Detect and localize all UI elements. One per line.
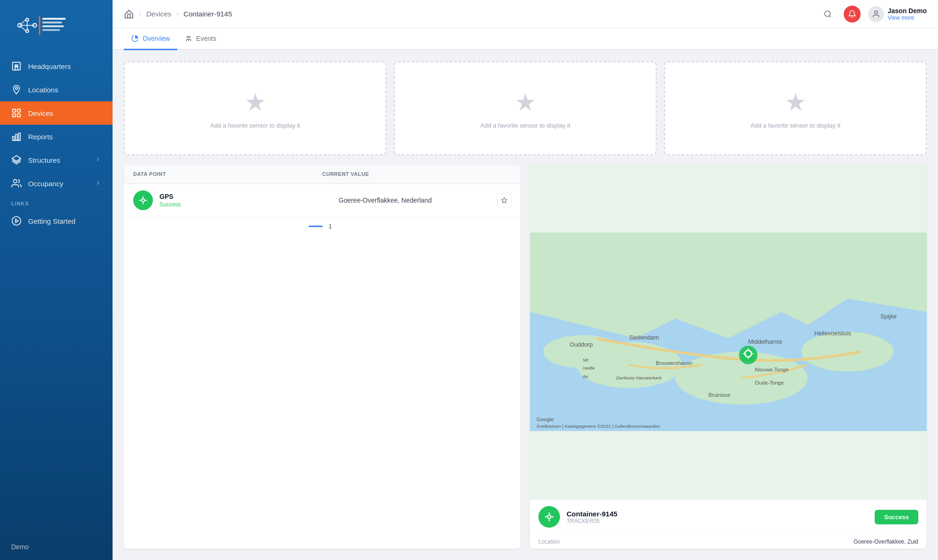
svg-text:Hellevoetsluis: Hellevoetsluis — [814, 330, 851, 337]
reports-label: Reports — [28, 133, 53, 141]
content-area: ★ Add a favorite sensor to display it ★ … — [113, 50, 938, 560]
sidebar-item-devices[interactable]: Devices — [0, 101, 113, 125]
overview-tab-label: Overview — [143, 35, 170, 42]
data-point-name: GPS — [159, 193, 332, 200]
events-tab-label: Events — [196, 35, 216, 42]
favorite-toggle-button[interactable] — [497, 193, 511, 207]
svg-text:Nieuwe-Tonge: Nieuwe-Tonge — [755, 367, 788, 372]
locations-label: Locations — [28, 86, 58, 94]
device-name: Container-9145 — [567, 510, 868, 518]
svg-text:Google: Google — [537, 416, 553, 422]
user-section[interactable]: Jason Demo View more — [868, 6, 927, 22]
svg-rect-9 — [42, 18, 66, 20]
topbar-right: Jason Demo View more — [819, 6, 927, 23]
fav-card-3[interactable]: ★ Add a favorite sensor to display it — [664, 61, 927, 155]
fav-card-2-text: Add a favorite sensor to display it — [480, 122, 570, 129]
tab-overview[interactable]: Overview — [124, 28, 177, 50]
svg-point-31 — [875, 11, 877, 14]
topbar: › Devices › Container-9145 — [113, 0, 938, 28]
svg-rect-14 — [15, 66, 16, 67]
svg-rect-21 — [13, 136, 15, 140]
sidebar-bottom: Demo — [0, 534, 113, 560]
breadcrumb-sep-2: › — [176, 9, 179, 19]
occupancy-expand-icon — [95, 180, 101, 188]
device-info: Container-9145 TRACKER05 — [567, 510, 868, 524]
main-area: › Devices › Container-9145 — [113, 0, 938, 560]
svg-point-29 — [825, 11, 830, 16]
fav-card-2[interactable]: ★ Add a favorite sensor to display it — [394, 61, 657, 155]
svg-text:Zierikzee Nieuwerkerk: Zierikzee Nieuwerkerk — [616, 375, 662, 380]
user-name: Jason Demo — [888, 7, 927, 15]
page-number: 1 — [325, 223, 335, 230]
svg-text:Brouwershaven: Brouwershaven — [656, 360, 692, 366]
tab-events[interactable]: Events — [177, 28, 224, 50]
svg-text:Bruinisse: Bruinisse — [709, 392, 730, 398]
svg-point-46 — [801, 332, 893, 372]
map-svg: Ouddorp Stellendam Middelharnis Hellevoe… — [530, 165, 927, 499]
device-gps-icon — [544, 512, 554, 522]
fav-card-3-text: Add a favorite sensor to display it — [750, 122, 840, 129]
sidebar-item-reports[interactable]: Reports — [0, 125, 113, 148]
getting-started-label: Getting Started — [28, 217, 76, 225]
svg-rect-19 — [13, 114, 15, 117]
pie-chart-icon — [131, 35, 139, 42]
svg-rect-22 — [15, 134, 17, 140]
building-icon — [11, 61, 22, 71]
view-more-link[interactable]: View more — [888, 15, 927, 21]
svg-point-35 — [142, 199, 145, 202]
gps-icon — [138, 196, 148, 205]
user-icon — [872, 10, 880, 18]
svg-point-27 — [12, 217, 21, 225]
svg-line-7 — [20, 25, 26, 31]
svg-line-30 — [829, 15, 831, 17]
sidebar-item-getting-started[interactable]: Getting Started — [0, 209, 113, 233]
grid-icon — [11, 108, 22, 118]
sidebar-nav: Headquarters Locations Devices — [0, 51, 113, 534]
search-button[interactable] — [819, 6, 836, 23]
svg-text:Middelharnis: Middelharnis — [748, 339, 782, 345]
svg-text:rwelle: rwelle — [583, 365, 595, 371]
sidebar: Headquarters Locations Devices — [0, 0, 113, 560]
svg-point-16 — [15, 87, 18, 90]
current-value: Goeree-Overflakkee, Nederland — [339, 197, 431, 204]
svg-point-33 — [189, 36, 190, 38]
page-indicator — [309, 226, 323, 227]
svg-rect-10 — [42, 22, 62, 23]
svg-text:Sneltoetsen | Kaartgegevens ©2: Sneltoetsen | Kaartgegevens ©2022 | Gebr… — [537, 424, 660, 429]
occupancy-label: Occupancy — [28, 180, 63, 188]
svg-text:Ouddorp: Ouddorp — [570, 341, 593, 348]
col-data-point: DATA POINT — [133, 171, 322, 177]
bar-chart-icon — [11, 131, 22, 142]
sidebar-item-occupancy[interactable]: Occupancy — [0, 172, 113, 195]
bell-icon — [848, 10, 856, 18]
sidebar-item-headquarters[interactable]: Headquarters — [0, 54, 113, 78]
star-toggle-icon — [501, 197, 507, 204]
user-info: Jason Demo View more — [888, 7, 927, 21]
search-icon — [824, 10, 832, 18]
device-icon-circle — [538, 506, 560, 528]
data-point-info: GPS Success — [159, 193, 332, 208]
svg-text:se: se — [583, 357, 589, 363]
current-val-cell: Goeree-Overflakkee, Nederland — [339, 193, 511, 207]
map-container[interactable]: Ouddorp Stellendam Middelharnis Hellevoe… — [530, 165, 927, 499]
location-value: Goeree-Overflakkee, Zuid — [854, 538, 918, 545]
svg-rect-15 — [17, 66, 18, 67]
svg-text:de: de — [583, 374, 588, 379]
breadcrumb-devices[interactable]: Devices — [146, 10, 171, 18]
bottom-section: DATA POINT CURRENT VALUE G — [124, 165, 927, 549]
logo-svg — [9, 11, 75, 39]
sidebar-item-structures[interactable]: Structures — [0, 148, 113, 172]
fav-star-icon-2: ★ — [514, 88, 537, 116]
breadcrumb-home[interactable] — [124, 9, 134, 19]
sidebar-item-locations[interactable]: Locations — [0, 78, 113, 101]
table-header: DATA POINT CURRENT VALUE — [124, 165, 521, 184]
svg-point-1 — [26, 18, 29, 21]
fav-card-1[interactable]: ★ Add a favorite sensor to display it — [124, 61, 386, 155]
tabs-bar: Overview Events — [113, 28, 938, 50]
favorite-cards-row: ★ Add a favorite sensor to display it ★ … — [124, 61, 927, 155]
events-icon — [185, 35, 192, 42]
svg-rect-8 — [39, 16, 40, 35]
breadcrumb: › Devices › Container-9145 — [124, 9, 819, 19]
notification-button[interactable] — [844, 6, 861, 23]
svg-point-32 — [187, 36, 189, 38]
